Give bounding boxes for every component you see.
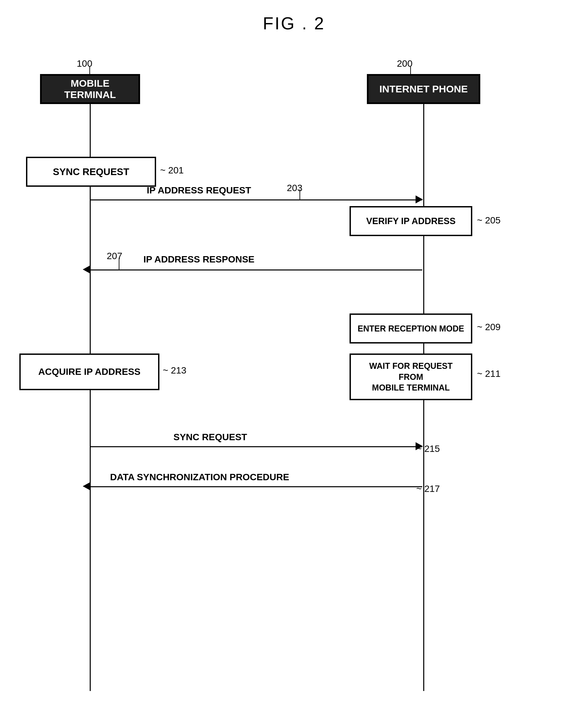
step-verify-ip-label: VERIFY IP ADDRESS bbox=[366, 216, 456, 226]
entity-internet-label: INTERNET PHONE bbox=[379, 83, 468, 95]
arrow-ip-request-label: IP ADDRESS REQUEST bbox=[147, 185, 251, 196]
ref-215: ~ 215 bbox=[416, 444, 440, 454]
diagram-container: FIG . 2 100 200 MOBILE TERMINAL INTERNET… bbox=[0, 0, 588, 702]
step-enter-reception: ENTER RECEPTION MODE bbox=[350, 314, 472, 344]
lifeline-mobile bbox=[90, 104, 91, 691]
arrow-ip-response-head bbox=[83, 265, 90, 273]
step-acquire-ip: ACQUIRE IP ADDRESS bbox=[19, 353, 159, 390]
arrow-data-sync-label: DATA SYNCHRONIZATION PROCEDURE bbox=[110, 472, 289, 483]
ref-217: ~ 217 bbox=[416, 484, 440, 494]
ref-213: ~ 213 bbox=[163, 365, 187, 376]
ref-205: ~ 205 bbox=[477, 215, 501, 226]
step-wait-for-request: WAIT FOR REQUEST FROMMOBILE TERMINAL bbox=[350, 353, 472, 400]
step-acquire-ip-label: ACQUIRE IP ADDRESS bbox=[38, 366, 141, 377]
ref-207: 207 bbox=[107, 251, 122, 261]
arrow-ip-request-head bbox=[416, 196, 423, 204]
entity-mobile-label: MOBILE TERMINAL bbox=[48, 78, 132, 100]
arrow-data-sync-head bbox=[83, 482, 90, 490]
arrow-data-sync-line bbox=[90, 486, 422, 487]
entity-internet-phone: INTERNET PHONE bbox=[367, 74, 480, 104]
arrow-sync-req-line bbox=[90, 446, 422, 447]
step-enter-reception-label: ENTER RECEPTION MODE bbox=[358, 324, 464, 334]
figure-title: FIG . 2 bbox=[0, 13, 588, 33]
arrow-ip-response-line bbox=[90, 269, 422, 270]
step-verify-ip: VERIFY IP ADDRESS bbox=[350, 206, 472, 236]
entity-mobile-terminal: MOBILE TERMINAL bbox=[40, 74, 140, 104]
arrow-sync-req-label: SYNC REQUEST bbox=[173, 432, 247, 443]
ref-209: ~ 209 bbox=[477, 322, 501, 333]
step-sync-request: SYNC REQUEST bbox=[26, 157, 156, 187]
arrow-ip-request-line bbox=[90, 200, 422, 201]
arrow-ip-response-label: IP ADDRESS RESPONSE bbox=[143, 254, 254, 265]
ref-201: ~ 201 bbox=[160, 165, 184, 176]
step-wait-label: WAIT FOR REQUEST FROMMOBILE TERMINAL bbox=[356, 360, 466, 393]
step-sync-request-label: SYNC REQUEST bbox=[53, 166, 129, 178]
ref-211: ~ 211 bbox=[477, 368, 501, 379]
